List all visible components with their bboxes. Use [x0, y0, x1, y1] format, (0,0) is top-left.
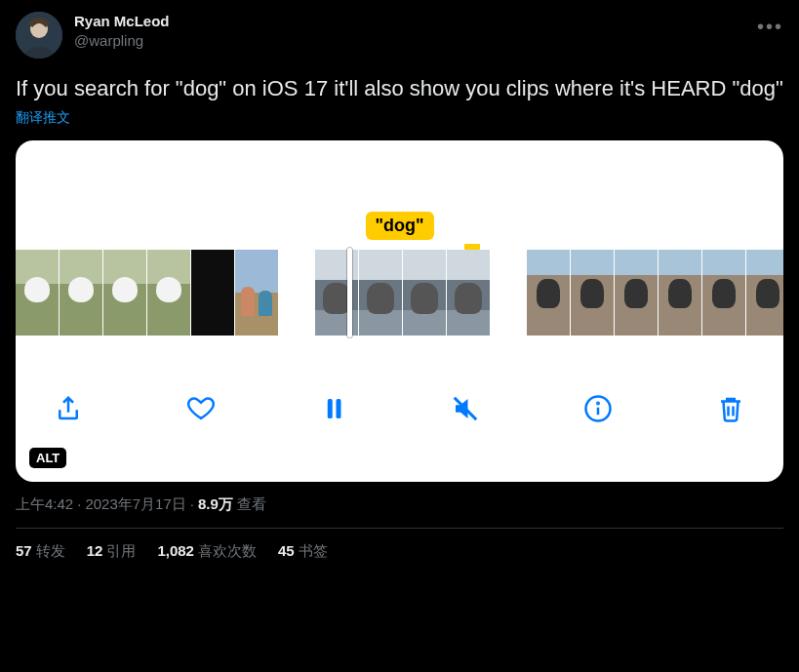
more-options-button[interactable]: ••• — [757, 12, 783, 42]
video-timeline[interactable] — [16, 238, 783, 336]
clip-thumbnail — [235, 250, 278, 336]
media-toolbar — [16, 336, 783, 482]
views-label: 查看 — [237, 495, 266, 512]
clip-group[interactable] — [315, 250, 490, 336]
avatar-image — [16, 12, 62, 59]
clip-thumbnail — [659, 250, 701, 336]
media-top-region: "dog" — [16, 140, 783, 238]
clip-thumbnail — [403, 250, 446, 336]
info-icon — [583, 394, 613, 423]
bookmarks-stat[interactable]: 45书签 — [278, 542, 328, 561]
handle[interactable]: @warpling — [74, 31, 170, 51]
translate-link[interactable]: 翻译推文 — [16, 109, 783, 127]
clip-thumbnail — [359, 250, 402, 336]
display-name[interactable]: Ryan McLeod — [74, 12, 170, 31]
quotes-stat[interactable]: 12引用 — [87, 542, 137, 561]
tweet-text: If you search for "dog" on iOS 17 it'll … — [16, 74, 783, 103]
likes-stat[interactable]: 1,082喜欢次数 — [157, 542, 257, 561]
clip-thumbnail — [147, 250, 190, 336]
tweet-container: Ryan McLeod @warpling ••• If you search … — [0, 0, 799, 561]
clip-thumbnail — [16, 250, 59, 336]
avatar[interactable] — [16, 12, 62, 59]
speaker-muted-icon — [451, 394, 480, 423]
clip-group[interactable] — [16, 250, 278, 336]
tweet-time[interactable]: 上午4:42 — [16, 495, 73, 512]
svg-point-7 — [597, 402, 599, 404]
svg-rect-3 — [336, 399, 340, 418]
retweets-stat[interactable]: 57转发 — [16, 542, 65, 561]
clip-group[interactable] — [527, 250, 783, 336]
info-button[interactable] — [580, 391, 616, 426]
tweet-stats: 57转发 12引用 1,082喜欢次数 45书签 — [16, 529, 783, 561]
pause-icon — [319, 394, 348, 423]
heart-icon — [186, 394, 216, 423]
media-attachment[interactable]: "dog" — [16, 140, 783, 482]
clip-thumbnail — [615, 250, 658, 336]
mute-button[interactable] — [448, 391, 483, 426]
pause-button[interactable] — [316, 391, 351, 426]
clip-thumbnail — [103, 250, 146, 336]
delete-button[interactable] — [713, 391, 748, 426]
tweet-header: Ryan McLeod @warpling ••• — [16, 12, 783, 59]
clip-thumbnail — [571, 250, 614, 336]
svg-rect-2 — [327, 399, 332, 418]
views-count[interactable]: 8.9万 — [198, 495, 233, 512]
clip-thumbnail — [527, 250, 570, 336]
tweet-meta: 上午4:42·2023年7月17日·8.9万 查看 — [16, 495, 783, 514]
clip-thumbnail — [447, 250, 490, 336]
share-button[interactable] — [51, 391, 86, 426]
caption-tag: "dog" — [365, 212, 433, 240]
alt-text-badge[interactable]: ALT — [29, 448, 66, 468]
author-names: Ryan McLeod @warpling — [74, 12, 170, 50]
playhead[interactable] — [347, 248, 352, 337]
clip-thumbnail — [60, 250, 102, 336]
trash-icon — [716, 394, 745, 423]
tweet-date[interactable]: 2023年7月17日 — [85, 495, 185, 512]
like-button[interactable] — [183, 391, 219, 426]
clip-thumbnail — [746, 250, 783, 336]
share-icon — [54, 394, 83, 423]
clip-thumbnail — [702, 250, 745, 336]
clip-thumbnail — [191, 250, 234, 336]
